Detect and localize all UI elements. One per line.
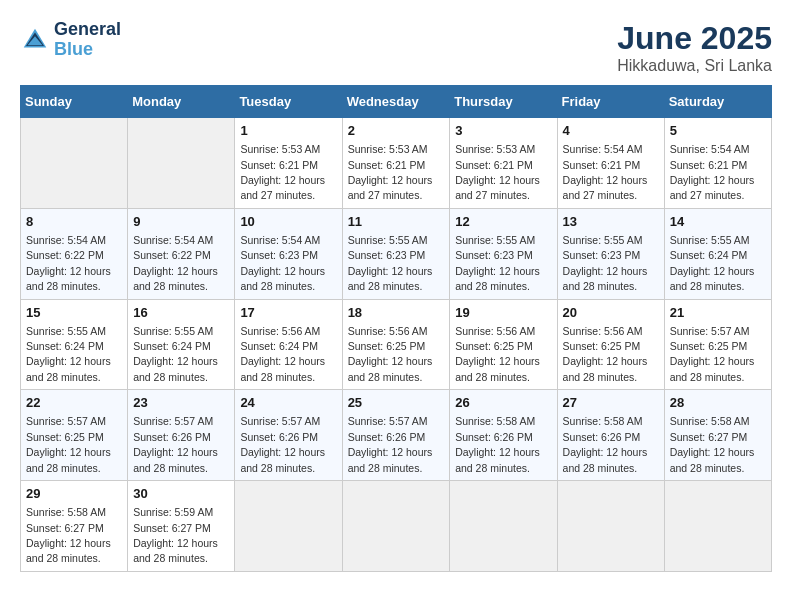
calendar-day-cell: 5 Sunrise: 5:54 AMSunset: 6:21 PMDayligh… (664, 118, 771, 209)
day-detail: Sunrise: 5:54 AMSunset: 6:23 PMDaylight:… (240, 234, 325, 292)
day-number: 2 (348, 122, 445, 140)
calendar-day-cell: 16 Sunrise: 5:55 AMSunset: 6:24 PMDaylig… (128, 299, 235, 390)
calendar-day-cell: 2 Sunrise: 5:53 AMSunset: 6:21 PMDayligh… (342, 118, 450, 209)
calendar-week-row: 1 Sunrise: 5:53 AMSunset: 6:21 PMDayligh… (21, 118, 772, 209)
day-detail: Sunrise: 5:55 AMSunset: 6:24 PMDaylight:… (133, 325, 218, 383)
location-title: Hikkaduwa, Sri Lanka (617, 57, 772, 75)
calendar-table: SundayMondayTuesdayWednesdayThursdayFrid… (20, 85, 772, 572)
day-detail: Sunrise: 5:55 AMSunset: 6:24 PMDaylight:… (670, 234, 755, 292)
logo-text: General Blue (54, 20, 121, 60)
day-number: 30 (133, 485, 229, 503)
title-section: June 2025 Hikkaduwa, Sri Lanka (617, 20, 772, 75)
day-detail: Sunrise: 5:54 AMSunset: 6:21 PMDaylight:… (670, 143, 755, 201)
day-number: 26 (455, 394, 551, 412)
day-detail: Sunrise: 5:58 AMSunset: 6:26 PMDaylight:… (455, 415, 540, 473)
calendar-day-cell: 12 Sunrise: 5:55 AMSunset: 6:23 PMDaylig… (450, 208, 557, 299)
day-number: 27 (563, 394, 659, 412)
calendar-week-row: 15 Sunrise: 5:55 AMSunset: 6:24 PMDaylig… (21, 299, 772, 390)
day-number: 25 (348, 394, 445, 412)
month-title: June 2025 (617, 20, 772, 57)
header-wednesday: Wednesday (342, 86, 450, 118)
day-number: 19 (455, 304, 551, 322)
day-detail: Sunrise: 5:57 AMSunset: 6:25 PMDaylight:… (26, 415, 111, 473)
day-number: 16 (133, 304, 229, 322)
logo-icon (20, 25, 50, 55)
day-detail: Sunrise: 5:53 AMSunset: 6:21 PMDaylight:… (455, 143, 540, 201)
day-detail: Sunrise: 5:56 AMSunset: 6:24 PMDaylight:… (240, 325, 325, 383)
day-detail: Sunrise: 5:56 AMSunset: 6:25 PMDaylight:… (348, 325, 433, 383)
header-thursday: Thursday (450, 86, 557, 118)
header-sunday: Sunday (21, 86, 128, 118)
header-saturday: Saturday (664, 86, 771, 118)
day-detail: Sunrise: 5:54 AMSunset: 6:22 PMDaylight:… (133, 234, 218, 292)
calendar-day-cell: 15 Sunrise: 5:55 AMSunset: 6:24 PMDaylig… (21, 299, 128, 390)
day-number: 21 (670, 304, 766, 322)
day-detail: Sunrise: 5:54 AMSunset: 6:21 PMDaylight:… (563, 143, 648, 201)
day-detail: Sunrise: 5:56 AMSunset: 6:25 PMDaylight:… (455, 325, 540, 383)
calendar-day-cell: 29 Sunrise: 5:58 AMSunset: 6:27 PMDaylig… (21, 481, 128, 572)
day-number: 24 (240, 394, 336, 412)
day-detail: Sunrise: 5:55 AMSunset: 6:23 PMDaylight:… (455, 234, 540, 292)
day-number: 9 (133, 213, 229, 231)
day-detail: Sunrise: 5:58 AMSunset: 6:27 PMDaylight:… (26, 506, 111, 564)
empty-cell (664, 481, 771, 572)
day-number: 23 (133, 394, 229, 412)
empty-cell (450, 481, 557, 572)
day-number: 14 (670, 213, 766, 231)
calendar-day-cell: 13 Sunrise: 5:55 AMSunset: 6:23 PMDaylig… (557, 208, 664, 299)
calendar-day-cell: 25 Sunrise: 5:57 AMSunset: 6:26 PMDaylig… (342, 390, 450, 481)
day-detail: Sunrise: 5:53 AMSunset: 6:21 PMDaylight:… (240, 143, 325, 201)
calendar-day-cell: 8 Sunrise: 5:54 AMSunset: 6:22 PMDayligh… (21, 208, 128, 299)
calendar-day-cell: 11 Sunrise: 5:55 AMSunset: 6:23 PMDaylig… (342, 208, 450, 299)
calendar-day-cell: 21 Sunrise: 5:57 AMSunset: 6:25 PMDaylig… (664, 299, 771, 390)
day-detail: Sunrise: 5:55 AMSunset: 6:24 PMDaylight:… (26, 325, 111, 383)
header-friday: Friday (557, 86, 664, 118)
logo: General Blue (20, 20, 121, 60)
calendar-day-cell: 10 Sunrise: 5:54 AMSunset: 6:23 PMDaylig… (235, 208, 342, 299)
day-number: 1 (240, 122, 336, 140)
day-detail: Sunrise: 5:57 AMSunset: 6:25 PMDaylight:… (670, 325, 755, 383)
day-number: 10 (240, 213, 336, 231)
empty-cell (21, 118, 128, 209)
day-number: 5 (670, 122, 766, 140)
calendar-day-cell: 22 Sunrise: 5:57 AMSunset: 6:25 PMDaylig… (21, 390, 128, 481)
day-number: 11 (348, 213, 445, 231)
calendar-day-cell: 4 Sunrise: 5:54 AMSunset: 6:21 PMDayligh… (557, 118, 664, 209)
calendar-day-cell: 17 Sunrise: 5:56 AMSunset: 6:24 PMDaylig… (235, 299, 342, 390)
day-detail: Sunrise: 5:55 AMSunset: 6:23 PMDaylight:… (563, 234, 648, 292)
day-number: 13 (563, 213, 659, 231)
day-number: 20 (563, 304, 659, 322)
calendar-header-row: SundayMondayTuesdayWednesdayThursdayFrid… (21, 86, 772, 118)
calendar-day-cell: 28 Sunrise: 5:58 AMSunset: 6:27 PMDaylig… (664, 390, 771, 481)
calendar-day-cell: 30 Sunrise: 5:59 AMSunset: 6:27 PMDaylig… (128, 481, 235, 572)
day-detail: Sunrise: 5:57 AMSunset: 6:26 PMDaylight:… (240, 415, 325, 473)
day-number: 22 (26, 394, 122, 412)
day-number: 15 (26, 304, 122, 322)
day-detail: Sunrise: 5:54 AMSunset: 6:22 PMDaylight:… (26, 234, 111, 292)
day-number: 8 (26, 213, 122, 231)
calendar-day-cell: 24 Sunrise: 5:57 AMSunset: 6:26 PMDaylig… (235, 390, 342, 481)
calendar-day-cell: 18 Sunrise: 5:56 AMSunset: 6:25 PMDaylig… (342, 299, 450, 390)
day-detail: Sunrise: 5:58 AMSunset: 6:26 PMDaylight:… (563, 415, 648, 473)
calendar-day-cell: 19 Sunrise: 5:56 AMSunset: 6:25 PMDaylig… (450, 299, 557, 390)
empty-cell (342, 481, 450, 572)
calendar-day-cell: 27 Sunrise: 5:58 AMSunset: 6:26 PMDaylig… (557, 390, 664, 481)
day-detail: Sunrise: 5:53 AMSunset: 6:21 PMDaylight:… (348, 143, 433, 201)
calendar-day-cell: 14 Sunrise: 5:55 AMSunset: 6:24 PMDaylig… (664, 208, 771, 299)
day-number: 17 (240, 304, 336, 322)
day-number: 12 (455, 213, 551, 231)
day-number: 18 (348, 304, 445, 322)
calendar-day-cell: 26 Sunrise: 5:58 AMSunset: 6:26 PMDaylig… (450, 390, 557, 481)
day-number: 3 (455, 122, 551, 140)
day-detail: Sunrise: 5:57 AMSunset: 6:26 PMDaylight:… (348, 415, 433, 473)
day-number: 4 (563, 122, 659, 140)
calendar-day-cell: 9 Sunrise: 5:54 AMSunset: 6:22 PMDayligh… (128, 208, 235, 299)
day-number: 29 (26, 485, 122, 503)
calendar-week-row: 22 Sunrise: 5:57 AMSunset: 6:25 PMDaylig… (21, 390, 772, 481)
empty-cell (557, 481, 664, 572)
day-detail: Sunrise: 5:58 AMSunset: 6:27 PMDaylight:… (670, 415, 755, 473)
day-detail: Sunrise: 5:57 AMSunset: 6:26 PMDaylight:… (133, 415, 218, 473)
empty-cell (235, 481, 342, 572)
day-detail: Sunrise: 5:59 AMSunset: 6:27 PMDaylight:… (133, 506, 218, 564)
header-tuesday: Tuesday (235, 86, 342, 118)
